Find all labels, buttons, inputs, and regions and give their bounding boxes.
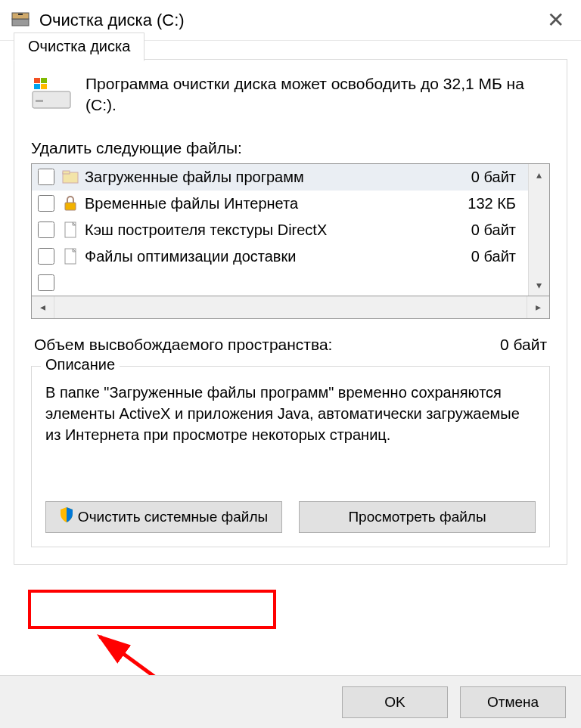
svg-rect-10 [63, 171, 70, 174]
annotation-highlight [28, 590, 276, 629]
window-title: Очистка диска (C:) [39, 11, 540, 30]
ok-button[interactable]: OK [342, 686, 448, 718]
scroll-down-icon[interactable]: ▾ [529, 274, 549, 296]
item-checkbox[interactable] [38, 248, 54, 265]
dialog-footer: OK Отмена [0, 675, 581, 728]
files-list-label: Удалить следующие файлы: [31, 139, 550, 157]
item-name: Загруженные файлы программ [85, 169, 471, 186]
folder-icon [61, 167, 80, 187]
list-item[interactable]: Файлы оптимизации доставки 0 байт [32, 243, 528, 270]
cleanup-system-files-button[interactable]: Очистить системные файлы [45, 501, 282, 533]
item-checkbox[interactable] [38, 221, 54, 238]
item-size: 132 КБ [468, 195, 524, 212]
description-body: В папке "Загруженные файлы программ" вре… [45, 382, 536, 445]
scroll-up-icon[interactable]: ▴ [529, 164, 549, 185]
button-label: Очистить системные файлы [78, 509, 268, 525]
list-item[interactable]: Кэш построителя текстуры DirectX 0 байт [32, 217, 528, 243]
main-panel: Очистка диска Программа очистки диска мо… [14, 59, 567, 565]
horizontal-scrollbar[interactable]: ◂ ▸ [31, 296, 550, 319]
svg-rect-7 [34, 84, 40, 89]
summary-value: 0 байт [500, 336, 547, 354]
item-size: 0 байт [471, 221, 524, 239]
svg-rect-6 [41, 78, 47, 83]
scroll-track[interactable] [54, 296, 527, 318]
list-item[interactable]: Временные файлы Интернета 132 КБ [32, 191, 528, 217]
drive-icon [11, 8, 30, 32]
shield-icon [60, 507, 73, 526]
svg-rect-4 [36, 100, 43, 102]
scroll-right-icon[interactable]: ▸ [527, 296, 549, 318]
svg-rect-11 [65, 203, 76, 210]
list-item[interactable]: Загруженные файлы программ 0 байт [32, 164, 528, 191]
file-icon [61, 220, 80, 240]
description-title: Описание [41, 356, 120, 373]
list-content: Загруженные файлы программ 0 байт Времен… [32, 164, 528, 296]
close-button[interactable]: ✕ [540, 8, 570, 33]
files-listbox[interactable]: Загруженные файлы программ 0 байт Времен… [31, 163, 550, 296]
list-item[interactable] [32, 270, 528, 296]
button-row: Очистить системные файлы Просмотреть фай… [45, 501, 536, 533]
info-row: Программа очистки диска может освободить… [31, 73, 550, 116]
item-size: 0 байт [471, 169, 524, 186]
button-label: Просмотреть файлы [348, 509, 486, 525]
view-files-button[interactable]: Просмотреть файлы [299, 501, 536, 533]
svg-rect-2 [18, 14, 23, 15]
description-group: Описание В папке "Загруженные файлы прог… [31, 366, 550, 547]
svg-rect-8 [41, 84, 47, 89]
item-name: Временные файлы Интернета [85, 195, 468, 212]
tab-strip: Очистка диска [14, 33, 144, 61]
free-space-summary: Объем высвобождаемого пространства: 0 ба… [34, 336, 547, 354]
file-icon [61, 246, 80, 266]
scroll-left-icon[interactable]: ◂ [32, 296, 54, 318]
item-size: 0 байт [471, 248, 524, 265]
drive-windows-icon [31, 76, 72, 115]
item-name: Файлы оптимизации доставки [85, 248, 471, 265]
item-checkbox[interactable] [38, 195, 54, 212]
vertical-scrollbar[interactable]: ▴ ▾ [528, 164, 549, 296]
scroll-track[interactable] [529, 185, 549, 274]
summary-label: Объем высвобождаемого пространства: [34, 336, 332, 354]
svg-rect-5 [34, 78, 40, 83]
tab-cleanup[interactable]: Очистка диска [14, 33, 144, 61]
info-text: Программа очистки диска может освободить… [85, 73, 550, 116]
lock-icon [61, 194, 80, 213]
item-checkbox[interactable] [38, 169, 54, 185]
cancel-button[interactable]: Отмена [460, 686, 566, 718]
item-checkbox[interactable] [38, 274, 54, 291]
svg-rect-0 [12, 19, 29, 26]
item-name: Кэш построителя текстуры DirectX [85, 221, 471, 239]
